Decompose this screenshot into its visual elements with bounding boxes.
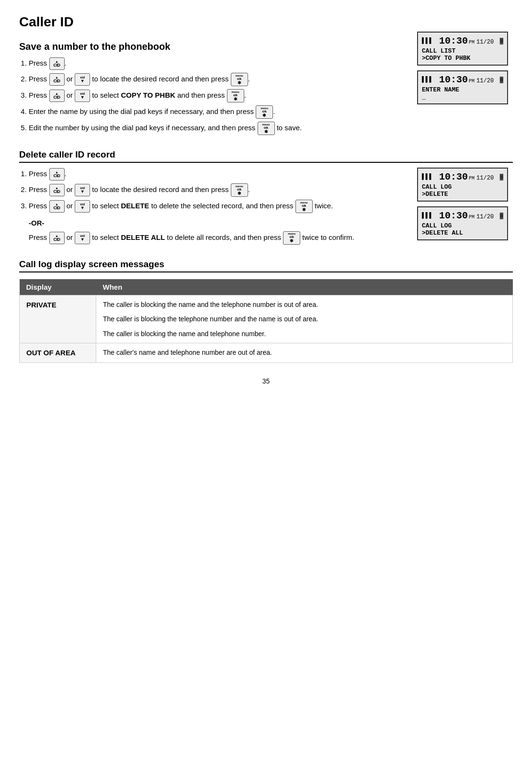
lcd-line2-4: >DELETE ALL bbox=[422, 229, 503, 237]
private-when-2: The caller is blocking the telephone num… bbox=[103, 314, 506, 324]
menu-button-4[interactable]: menu ok ✱ bbox=[258, 122, 275, 135]
cid-label-d1: CID bbox=[54, 174, 60, 178]
lcd-date-1: 11/20 bbox=[476, 39, 494, 45]
star-2: ✱ bbox=[234, 97, 238, 102]
vol-arrow: ▼ bbox=[80, 79, 85, 83]
vol-arrow-d2: ▼ bbox=[80, 206, 85, 210]
lcd-screen-3: ▌▌▌ 10:30PM 11/20 ▓ CALL LOG >DELETE bbox=[417, 168, 508, 202]
delete-step-3: Press ▲ CID or vol ▼ to select DELETE to… bbox=[29, 200, 403, 245]
lcd-battery-3: ▓ bbox=[500, 174, 503, 181]
copy-phbk-label: COPY TO PHBK bbox=[121, 91, 175, 99]
or-block: -OR- bbox=[29, 217, 403, 229]
save-screens: ▌▌▌ 10:30PM 11/20 ▓ CALL LIST >COPY TO P… bbox=[417, 32, 513, 104]
save-step-4: Enter the name by using the dial pad key… bbox=[29, 105, 403, 119]
star-1: ✱ bbox=[238, 81, 241, 85]
lcd-line1-1: CALL LIST bbox=[422, 47, 503, 55]
private-when-1: The caller is blocking the name and the … bbox=[103, 299, 506, 310]
star-d3: ✱ bbox=[290, 239, 294, 243]
col-when: When bbox=[96, 279, 513, 295]
save-heading: Save a number to the phonebook bbox=[19, 41, 403, 52]
lcd-line2-1: >COPY TO PHBK bbox=[422, 55, 503, 62]
cid-label-3: CID bbox=[54, 95, 60, 100]
table-heading: Call log display screen messages bbox=[19, 259, 513, 272]
lcd-cursor-2: _ bbox=[422, 93, 503, 101]
lcd-signal-3: ▌▌▌ bbox=[422, 173, 433, 181]
lcd-ampm-2: PM bbox=[469, 79, 475, 84]
delete-step-1: Press ▲ CID . bbox=[29, 168, 403, 181]
page-title: Caller ID bbox=[19, 14, 513, 30]
lcd-battery-4: ▓ bbox=[500, 213, 503, 219]
star-3: ✱ bbox=[262, 113, 266, 118]
cid-label-2: CID bbox=[54, 79, 60, 83]
lcd-signal-2: ▌▌▌ bbox=[422, 76, 433, 83]
table-row-outofarea: OUT OF AREA The caller's name and teleph… bbox=[20, 343, 513, 362]
cid-button-2[interactable]: ▲ CID bbox=[49, 73, 65, 86]
delete-section: Press ▲ CID . Press ▲ CID or vol ▼ to lo… bbox=[19, 168, 513, 248]
vol-button-d2[interactable]: vol ▼ bbox=[75, 200, 90, 213]
outofarea-when-1: The caller's name and telephone number a… bbox=[103, 347, 506, 358]
lcd-time-1: 10:30PM bbox=[439, 35, 475, 46]
lcd-screen-4: ▌▌▌ 10:30PM 11/20 ▓ CALL LOG >DELETE ALL bbox=[417, 206, 508, 240]
display-outofarea: OUT OF AREA bbox=[20, 343, 96, 362]
cid-button-d4[interactable]: ▲ CID bbox=[49, 232, 65, 244]
lcd-time-4: 10:30PM bbox=[439, 210, 475, 221]
cid-label-d3: CID bbox=[54, 206, 60, 210]
save-steps-list: Press ▲ CID . Press ▲ CID or vol ▼ to lo… bbox=[29, 57, 403, 135]
lcd-screen-1: ▌▌▌ 10:30PM 11/20 ▓ CALL LIST >COPY TO P… bbox=[417, 32, 508, 66]
display-private: PRIVATE bbox=[20, 295, 96, 343]
cid-label-d4: CID bbox=[54, 237, 60, 242]
menu-button-2[interactable]: menu ok ✱ bbox=[227, 89, 244, 102]
lcd-line2-3: >DELETE bbox=[422, 191, 503, 198]
cid-button-d1[interactable]: ▲ CID bbox=[49, 168, 65, 181]
lcd-time-2: 10:30PM bbox=[439, 74, 475, 85]
save-step-5: Edit the number by using the dial pad ke… bbox=[29, 122, 403, 135]
menu-button-1[interactable]: menu ok ✱ bbox=[231, 73, 248, 86]
lcd-battery-1: ▓ bbox=[500, 38, 503, 45]
vol-button-1[interactable]: vol ▼ bbox=[75, 73, 90, 86]
lcd-line1-4: CALL LOG bbox=[422, 222, 503, 229]
lcd-ampm-4: PM bbox=[469, 215, 475, 220]
vol-button-d3[interactable]: vol ▼ bbox=[75, 232, 90, 244]
menu-button-d2[interactable]: menu ok ✱ bbox=[295, 200, 313, 213]
save-instructions: Save a number to the phonebook Press ▲ C… bbox=[19, 32, 403, 138]
delete-all-label: DELETE ALL bbox=[121, 233, 165, 241]
cid-label-d2: CID bbox=[54, 190, 60, 194]
when-private: The caller is blocking the name and the … bbox=[96, 295, 513, 343]
lcd-signal-1: ▌▌▌ bbox=[422, 37, 433, 45]
vol-button-2[interactable]: vol ▼ bbox=[75, 90, 90, 102]
save-step-1: Press ▲ CID . bbox=[29, 57, 403, 70]
save-step-3: Press ▲ CID or vol ▼ to select COPY TO P… bbox=[29, 89, 403, 102]
lcd-date-3: 11/20 bbox=[476, 175, 494, 181]
lcd-ampm-1: PM bbox=[469, 40, 475, 45]
lcd-line1-3: CALL LOG bbox=[422, 183, 503, 191]
cid-button-d3[interactable]: ▲ CID bbox=[49, 200, 65, 213]
lcd-battery-2: ▓ bbox=[500, 77, 503, 83]
lcd-ampm-3: PM bbox=[469, 176, 475, 181]
star-4: ✱ bbox=[264, 130, 268, 134]
lcd-screen-2: ▌▌▌ 10:30PM 11/20 ▓ ENTER NAME _ bbox=[417, 70, 508, 104]
cid-button-3[interactable]: ▲ CID bbox=[49, 90, 65, 102]
menu-button-d3[interactable]: menu ok ✱ bbox=[283, 231, 300, 245]
delete-heading: Delete caller ID record bbox=[19, 149, 513, 163]
delete-instructions: Press ▲ CID . Press ▲ CID or vol ▼ to lo… bbox=[19, 168, 403, 248]
vol-button-d1[interactable]: vol ▼ bbox=[75, 184, 90, 196]
cid-button-1[interactable]: ▲ CID bbox=[49, 57, 65, 70]
delete-step-2: Press ▲ CID or vol ▼ to locate the desir… bbox=[29, 183, 403, 197]
page-number: 35 bbox=[19, 377, 513, 385]
lcd-time-3: 10:30PM bbox=[439, 171, 475, 182]
save-section: Save a number to the phonebook Press ▲ C… bbox=[19, 32, 513, 138]
star-d1: ✱ bbox=[238, 192, 241, 196]
when-outofarea: The caller's name and telephone number a… bbox=[96, 343, 513, 362]
col-display: Display bbox=[20, 279, 96, 295]
vol-arrow-d3: ▼ bbox=[80, 237, 85, 242]
menu-button-d1[interactable]: menu ok ✱ bbox=[231, 183, 248, 197]
private-when-3: The caller is blocking the name and tele… bbox=[103, 328, 506, 339]
cid-button-d2[interactable]: ▲ CID bbox=[49, 184, 65, 196]
table-row-private: PRIVATE The caller is blocking the name … bbox=[20, 295, 513, 343]
menu-button-3[interactable]: menu ok ✱ bbox=[256, 105, 273, 119]
display-table: Display When PRIVATE The caller is block… bbox=[19, 279, 513, 363]
vol-arrow-2: ▼ bbox=[80, 95, 85, 100]
lcd-line1-2: ENTER NAME bbox=[422, 86, 503, 93]
lcd-signal-4: ▌▌▌ bbox=[422, 212, 433, 219]
delete-screens: ▌▌▌ 10:30PM 11/20 ▓ CALL LOG >DELETE ▌▌▌… bbox=[417, 168, 513, 240]
